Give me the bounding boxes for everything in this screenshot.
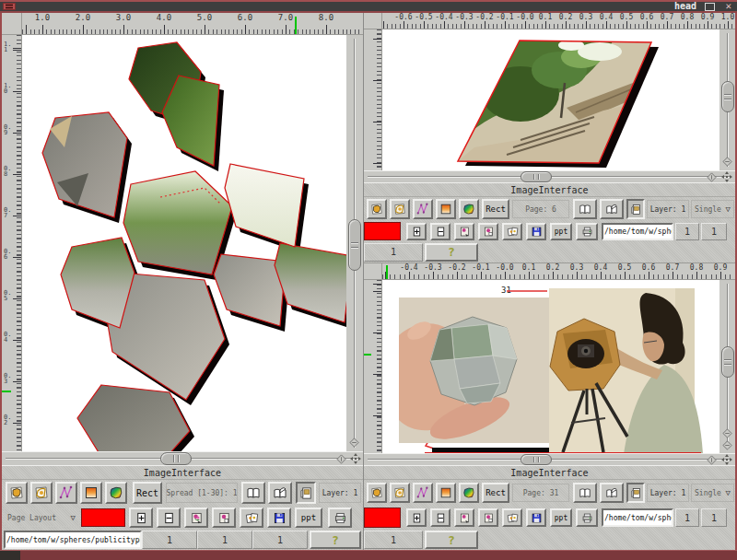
rect-tool-button[interactable]: Rect (482, 199, 509, 219)
add-page-button[interactable] (406, 223, 427, 240)
add-page-button[interactable] (406, 508, 427, 527)
count-field-1[interactable]: 1 (675, 508, 699, 527)
count-field-1[interactable]: 1 (142, 531, 197, 549)
scrollbar-anchor[interactable] (721, 171, 732, 182)
import-image-button[interactable] (184, 508, 208, 528)
gradient-tool-button[interactable] (436, 199, 456, 219)
help-button[interactable]: ? (310, 531, 361, 549)
count-field-2[interactable]: 1 (197, 531, 252, 549)
rect-tool-button[interactable]: Rect (482, 483, 509, 503)
page-canvas[interactable]: 31 (382, 280, 719, 453)
scrollbar-thumb[interactable] (521, 171, 552, 182)
prev-page-button[interactable] (573, 483, 597, 503)
next-page-button[interactable] (600, 199, 624, 219)
scrollbar-thumb[interactable] (160, 452, 192, 465)
image-mode-toggle[interactable] (626, 199, 645, 219)
outline-image-tool-button[interactable] (390, 483, 410, 503)
horizontal-scrollbar[interactable] (364, 453, 735, 465)
view-mode-dropdown[interactable]: Single ▽ (691, 200, 734, 218)
scrollbar-right-arrow[interactable] (336, 454, 346, 464)
vertical-scrollbar[interactable] (346, 35, 363, 451)
count-field-2[interactable]: 1 (701, 223, 727, 240)
import-image-button[interactable] (454, 508, 474, 527)
file-path-field[interactable]: /home/tom/w/spheres/publicitypho (4, 531, 142, 549)
bezier-curve-tool-button[interactable] (55, 482, 77, 504)
collate-pages-button[interactable] (502, 223, 522, 240)
scrollbar-down-arrow[interactable] (722, 157, 732, 167)
save-button[interactable] (267, 508, 291, 528)
bezier-curve-tool-button[interactable] (413, 483, 433, 503)
print-button[interactable] (576, 508, 598, 527)
window-corner-handle[interactable] (0, 551, 20, 560)
scrollbar-anchor[interactable] (350, 453, 361, 464)
remove-page-button[interactable] (430, 223, 450, 240)
outline-image-tool-button[interactable] (390, 199, 410, 219)
count-field-2[interactable]: 1 (701, 508, 727, 527)
colormap-tool-button[interactable] (105, 482, 127, 504)
vertical-scrollbar[interactable] (719, 280, 735, 453)
scrollbar-anchor[interactable] (721, 454, 732, 465)
scrollbar-thumb[interactable] (721, 346, 734, 378)
rect-tool-button[interactable]: Rect (133, 482, 162, 504)
fill-color-swatch[interactable] (81, 508, 125, 527)
place-image-button[interactable] (212, 508, 236, 528)
view-mode-dropdown[interactable]: Single ▽ (691, 484, 734, 502)
add-page-button[interactable] (129, 508, 153, 528)
prev-page-button[interactable] (573, 199, 597, 219)
colormap-tool-button[interactable] (459, 483, 479, 503)
collate-pages-button[interactable] (502, 508, 522, 527)
outline-image-tool-button[interactable] (30, 482, 53, 504)
fill-color-swatch[interactable] (364, 222, 401, 240)
scrollbar-thumb[interactable] (521, 454, 552, 465)
close-button[interactable]: ✕ (725, 0, 731, 12)
horizontal-scrollbar[interactable] (2, 451, 363, 465)
save-button[interactable] (526, 223, 546, 240)
place-image-button[interactable] (478, 508, 498, 527)
help-button[interactable]: ? (425, 243, 478, 262)
print-button[interactable] (328, 508, 352, 528)
save-button[interactable] (526, 508, 546, 527)
horizontal-scrollbar[interactable] (364, 170, 735, 182)
fill-color-swatch[interactable] (364, 508, 401, 528)
import-image-button[interactable] (454, 223, 474, 240)
page-canvas[interactable] (22, 35, 346, 451)
file-path-field[interactable]: /home/tom/w/spheres/publi (602, 223, 673, 240)
count-field-3[interactable]: 1 (252, 531, 308, 549)
warp-image-tool-button[interactable] (6, 482, 28, 504)
print-button[interactable] (576, 223, 598, 240)
image-mode-toggle[interactable] (626, 483, 645, 503)
window-menu-button[interactable] (3, 3, 16, 10)
export-ppt-button[interactable]: ppt (295, 508, 322, 528)
scrollbar-thumb[interactable] (721, 81, 734, 112)
warp-image-tool-button[interactable] (367, 199, 387, 219)
remove-page-button[interactable] (430, 508, 450, 527)
page-canvas[interactable] (382, 29, 719, 170)
scrollbar-right-arrow[interactable] (707, 455, 717, 465)
scrollbar-down-arrow[interactable] (349, 438, 359, 448)
help-button[interactable]: ? (425, 531, 478, 549)
place-image-button[interactable] (478, 223, 498, 240)
maximize-button[interactable] (705, 3, 715, 11)
count-field-3[interactable]: 1 (364, 243, 423, 262)
prev-spread-button[interactable] (241, 482, 265, 504)
scrollbar-up-arrow[interactable] (722, 428, 732, 438)
warp-image-tool-button[interactable] (367, 483, 387, 503)
count-field-1[interactable]: 1 (675, 223, 699, 240)
gradient-tool-button[interactable] (436, 483, 456, 503)
colormap-tool-button[interactable] (459, 199, 479, 219)
file-path-field[interactable]: /home/tom/w/spheres/publi (602, 508, 673, 527)
export-ppt-button[interactable]: ppt (550, 223, 572, 240)
export-ppt-button[interactable]: ppt (550, 508, 572, 527)
vertical-scrollbar[interactable] (719, 29, 735, 170)
bezier-curve-tool-button[interactable] (413, 199, 433, 219)
image-mode-toggle[interactable] (296, 482, 316, 504)
scrollbar-down-arrow[interactable] (722, 440, 732, 450)
scrollbar-right-arrow[interactable] (707, 172, 717, 182)
gradient-tool-button[interactable] (80, 482, 102, 504)
count-field-3[interactable]: 1 (364, 531, 423, 549)
next-page-button[interactable] (600, 483, 624, 503)
page-layout-dropdown[interactable]: Page Layout ▽ (4, 508, 79, 527)
scrollbar-thumb[interactable] (348, 219, 361, 271)
remove-page-button[interactable] (157, 508, 181, 528)
collate-pages-button[interactable] (240, 508, 263, 528)
